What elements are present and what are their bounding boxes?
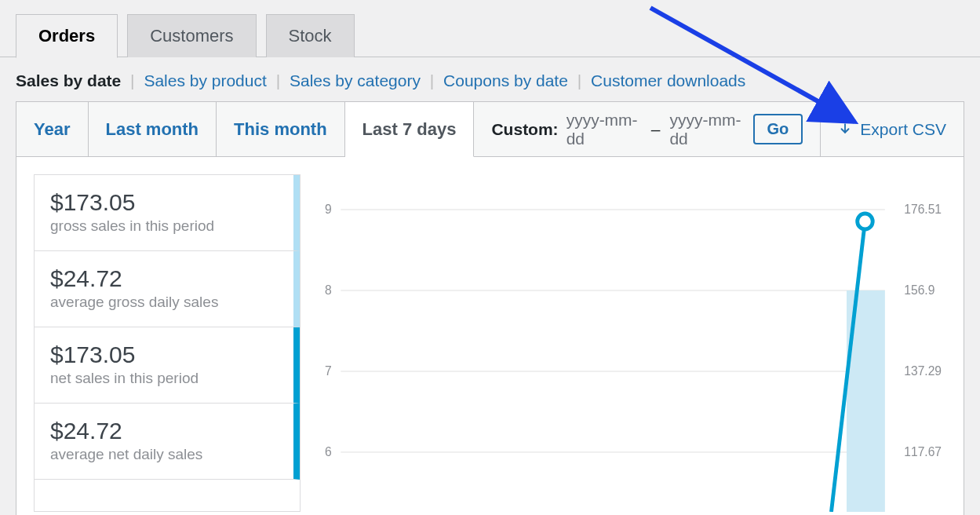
separator: | [126,71,139,89]
date-range-bar: Year Last month This month Last 7 days C… [16,102,964,157]
tab-customers[interactable]: Customers [127,14,256,57]
stat-label: average net daily sales [50,446,278,463]
report-content: $173.05 gross sales in this period $24.7… [16,157,964,515]
report-panel: Year Last month This month Last 7 days C… [16,101,964,515]
download-icon [838,122,852,137]
subtab-sales-by-date[interactable]: Sales by date [16,71,121,89]
report-subtabs: Sales by date | Sales by product | Sales… [0,57,980,101]
subtab-sales-by-product[interactable]: Sales by product [144,71,266,89]
chart-point [858,214,873,229]
stat-label: gross sales in this period [50,217,278,235]
subtab-customer-downloads[interactable]: Customer downloads [591,71,745,89]
svg-text:9: 9 [325,203,332,216]
stat-value: $24.72 [50,418,278,444]
main-tabs: Orders Customers Stock [0,0,980,57]
stats-sidebar: $173.05 gross sales in this period $24.7… [34,174,301,512]
subtab-coupons-by-date[interactable]: Coupons by date [443,71,568,89]
svg-text:156.9: 156.9 [904,283,934,297]
separator: | [425,71,439,89]
go-button[interactable]: Go [753,114,803,144]
svg-text:7: 7 [325,364,332,378]
svg-text:176.51: 176.51 [904,203,942,216]
date-to-input[interactable]: yyyy-mm-dd [669,111,745,148]
stat-avg-gross-daily[interactable]: $24.72 average gross daily sales [35,251,300,327]
custom-label: Custom: [491,120,558,139]
export-csv-button[interactable]: Export CSV [821,102,964,156]
stat-value: $24.72 [50,265,278,292]
range-last-month[interactable]: Last month [89,102,217,156]
separator: | [271,71,285,89]
range-custom: Custom: yyyy-mm-dd – yyyy-mm-dd Go [474,102,821,156]
range-year[interactable]: Year [16,102,89,156]
date-from-input[interactable]: yyyy-mm-dd [567,111,642,148]
stat-net-sales[interactable]: $173.05 net sales in this period [35,327,300,404]
svg-text:137.29: 137.29 [904,364,942,378]
svg-text:8: 8 [325,283,332,297]
tab-stock[interactable]: Stock [266,14,355,57]
export-csv-label: Export CSV [860,120,946,139]
svg-text:117.67: 117.67 [904,445,942,458]
range-last-7-days[interactable]: Last 7 days [345,102,475,157]
range-dash: – [650,120,662,139]
stat-value: $173.05 [50,189,278,216]
stat-value: $173.05 [50,342,278,368]
stat-avg-net-daily[interactable]: $24.72 average net daily sales [35,404,300,480]
subtab-sales-by-category[interactable]: Sales by category [290,71,421,89]
tab-orders[interactable]: Orders [16,14,118,58]
stat-gross-sales[interactable]: $173.05 gross sales in this period [35,175,300,251]
separator: | [573,71,586,89]
svg-text:6: 6 [325,445,332,458]
sales-chart[interactable]: 9 8 7 6 176.51 156.9 137.29 117.67 [318,174,946,512]
stat-label: net sales in this period [50,370,278,387]
range-this-month[interactable]: This month [217,102,345,156]
stat-label: average gross daily sales [50,294,278,311]
